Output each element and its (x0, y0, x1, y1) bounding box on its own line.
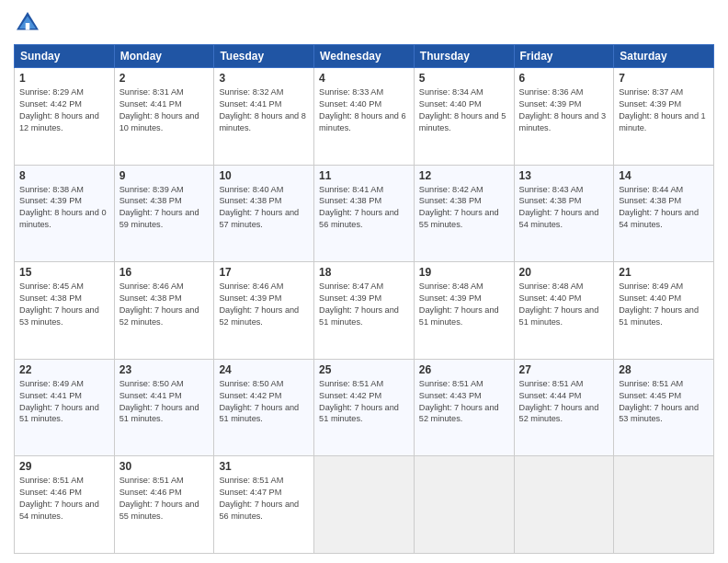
table-row (314, 456, 415, 554)
header-wednesday: Wednesday (314, 45, 415, 68)
logo (14, 9, 45, 37)
table-row: 11Sunrise: 8:41 AMSunset: 4:38 PMDayligh… (314, 165, 415, 262)
table-row: 18Sunrise: 8:47 AMSunset: 4:39 PMDayligh… (314, 262, 415, 360)
header (14, 9, 714, 37)
day-number: 9 (119, 169, 210, 182)
day-info: Sunrise: 8:31 AMSunset: 4:41 PMDaylight:… (119, 86, 210, 134)
table-row: 17Sunrise: 8:46 AMSunset: 4:39 PMDayligh… (214, 262, 314, 360)
table-row: 27Sunrise: 8:51 AMSunset: 4:44 PMDayligh… (514, 359, 614, 456)
day-number: 30 (119, 460, 210, 473)
day-number: 14 (619, 169, 709, 182)
table-row: 22Sunrise: 8:49 AMSunset: 4:41 PMDayligh… (15, 359, 115, 456)
day-number: 17 (219, 266, 309, 279)
day-number: 5 (419, 72, 509, 85)
day-number: 3 (219, 72, 309, 85)
day-number: 11 (319, 169, 409, 182)
day-number: 23 (119, 363, 210, 376)
day-info: Sunrise: 8:49 AMSunset: 4:41 PMDaylight:… (19, 378, 109, 426)
header-thursday: Thursday (414, 45, 514, 68)
day-number: 31 (219, 460, 309, 473)
day-info: Sunrise: 8:36 AMSunset: 4:39 PMDaylight:… (519, 86, 609, 134)
table-row: 26Sunrise: 8:51 AMSunset: 4:43 PMDayligh… (414, 359, 514, 456)
table-row: 1Sunrise: 8:29 AMSunset: 4:42 PMDaylight… (15, 68, 115, 166)
day-number: 22 (19, 363, 109, 376)
page: Sunday Monday Tuesday Wednesday Thursday… (0, 0, 728, 563)
day-info: Sunrise: 8:42 AMSunset: 4:38 PMDaylight:… (419, 184, 509, 232)
day-info: Sunrise: 8:44 AMSunset: 4:38 PMDaylight:… (619, 184, 709, 232)
day-number: 2 (119, 72, 210, 85)
day-number: 25 (319, 363, 409, 376)
header-saturday: Saturday (614, 45, 714, 68)
table-row: 12Sunrise: 8:42 AMSunset: 4:38 PMDayligh… (414, 165, 514, 262)
day-number: 26 (419, 363, 509, 376)
table-row: 19Sunrise: 8:48 AMSunset: 4:39 PMDayligh… (414, 262, 514, 360)
day-number: 21 (619, 266, 709, 279)
table-row: 24Sunrise: 8:50 AMSunset: 4:42 PMDayligh… (214, 359, 314, 456)
day-info: Sunrise: 8:48 AMSunset: 4:40 PMDaylight:… (519, 281, 609, 328)
day-info: Sunrise: 8:37 AMSunset: 4:39 PMDaylight:… (619, 86, 709, 134)
table-row: 31Sunrise: 8:51 AMSunset: 4:47 PMDayligh… (214, 456, 314, 554)
calendar-week-row: 22Sunrise: 8:49 AMSunset: 4:41 PMDayligh… (15, 359, 714, 456)
day-info: Sunrise: 8:48 AMSunset: 4:39 PMDaylight:… (419, 281, 509, 328)
day-number: 29 (19, 460, 109, 473)
day-info: Sunrise: 8:47 AMSunset: 4:39 PMDaylight:… (319, 281, 409, 328)
table-row: 5Sunrise: 8:34 AMSunset: 4:40 PMDaylight… (414, 68, 514, 166)
day-info: Sunrise: 8:50 AMSunset: 4:42 PMDaylight:… (219, 378, 309, 426)
table-row: 6Sunrise: 8:36 AMSunset: 4:39 PMDaylight… (514, 68, 614, 166)
day-number: 7 (619, 72, 709, 85)
table-row (514, 456, 614, 554)
table-row: 16Sunrise: 8:46 AMSunset: 4:38 PMDayligh… (114, 262, 214, 360)
header-monday: Monday (114, 45, 214, 68)
calendar-week-row: 15Sunrise: 8:45 AMSunset: 4:38 PMDayligh… (15, 262, 714, 360)
day-number: 20 (519, 266, 609, 279)
day-info: Sunrise: 8:51 AMSunset: 4:46 PMDaylight:… (119, 475, 210, 523)
day-number: 28 (619, 363, 709, 376)
day-info: Sunrise: 8:40 AMSunset: 4:38 PMDaylight:… (219, 184, 309, 232)
calendar-week-row: 1Sunrise: 8:29 AMSunset: 4:42 PMDaylight… (15, 68, 714, 166)
day-info: Sunrise: 8:41 AMSunset: 4:38 PMDaylight:… (319, 184, 409, 232)
header-friday: Friday (514, 45, 614, 68)
header-tuesday: Tuesday (214, 45, 314, 68)
table-row: 9Sunrise: 8:39 AMSunset: 4:38 PMDaylight… (114, 165, 214, 262)
day-info: Sunrise: 8:46 AMSunset: 4:39 PMDaylight:… (219, 281, 309, 328)
table-row (414, 456, 514, 554)
calendar-week-row: 8Sunrise: 8:38 AMSunset: 4:39 PMDaylight… (15, 165, 714, 262)
day-number: 13 (519, 169, 609, 182)
table-row: 28Sunrise: 8:51 AMSunset: 4:45 PMDayligh… (614, 359, 714, 456)
day-number: 18 (319, 266, 409, 279)
day-number: 15 (19, 266, 109, 279)
day-number: 16 (119, 266, 210, 279)
day-info: Sunrise: 8:51 AMSunset: 4:43 PMDaylight:… (419, 378, 509, 426)
day-info: Sunrise: 8:50 AMSunset: 4:41 PMDaylight:… (119, 378, 210, 426)
table-row: 10Sunrise: 8:40 AMSunset: 4:38 PMDayligh… (214, 165, 314, 262)
day-info: Sunrise: 8:32 AMSunset: 4:41 PMDaylight:… (219, 86, 309, 134)
day-number: 6 (519, 72, 609, 85)
day-info: Sunrise: 8:51 AMSunset: 4:44 PMDaylight:… (519, 378, 609, 426)
day-number: 19 (419, 266, 509, 279)
table-row: 25Sunrise: 8:51 AMSunset: 4:42 PMDayligh… (314, 359, 415, 456)
logo-icon (14, 9, 41, 37)
table-row (614, 456, 714, 554)
day-info: Sunrise: 8:34 AMSunset: 4:40 PMDaylight:… (419, 86, 509, 134)
day-info: Sunrise: 8:38 AMSunset: 4:39 PMDaylight:… (19, 184, 109, 232)
table-row: 14Sunrise: 8:44 AMSunset: 4:38 PMDayligh… (614, 165, 714, 262)
weekday-header-row: Sunday Monday Tuesday Wednesday Thursday… (15, 45, 714, 68)
table-row: 30Sunrise: 8:51 AMSunset: 4:46 PMDayligh… (114, 456, 214, 554)
day-number: 4 (319, 72, 409, 85)
day-number: 27 (519, 363, 609, 376)
table-row: 15Sunrise: 8:45 AMSunset: 4:38 PMDayligh… (15, 262, 115, 360)
day-info: Sunrise: 8:51 AMSunset: 4:47 PMDaylight:… (219, 475, 309, 523)
day-info: Sunrise: 8:43 AMSunset: 4:38 PMDaylight:… (519, 184, 609, 232)
svg-rect-2 (26, 23, 30, 30)
table-row: 23Sunrise: 8:50 AMSunset: 4:41 PMDayligh… (114, 359, 214, 456)
day-info: Sunrise: 8:45 AMSunset: 4:38 PMDaylight:… (19, 281, 109, 328)
table-row: 21Sunrise: 8:49 AMSunset: 4:40 PMDayligh… (614, 262, 714, 360)
day-info: Sunrise: 8:51 AMSunset: 4:45 PMDaylight:… (619, 378, 709, 426)
table-row: 29Sunrise: 8:51 AMSunset: 4:46 PMDayligh… (15, 456, 115, 554)
day-number: 8 (19, 169, 109, 182)
day-info: Sunrise: 8:33 AMSunset: 4:40 PMDaylight:… (319, 86, 409, 134)
day-number: 1 (19, 72, 109, 85)
calendar-week-row: 29Sunrise: 8:51 AMSunset: 4:46 PMDayligh… (15, 456, 714, 554)
table-row: 20Sunrise: 8:48 AMSunset: 4:40 PMDayligh… (514, 262, 614, 360)
day-info: Sunrise: 8:29 AMSunset: 4:42 PMDaylight:… (19, 86, 109, 134)
